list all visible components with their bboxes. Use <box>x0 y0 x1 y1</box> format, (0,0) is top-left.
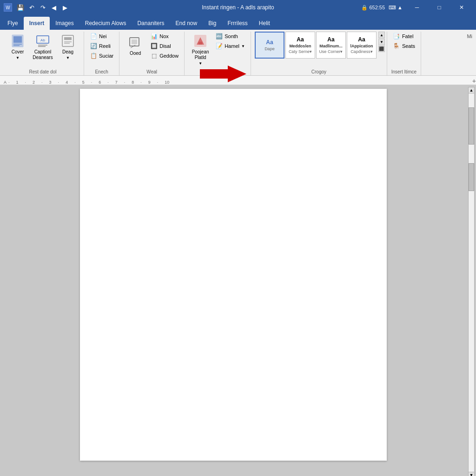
hamel-button[interactable]: 📝 Hamel ▼ <box>213 41 247 51</box>
toolbar-extra: ⌨ ▲ <box>389 5 403 11</box>
style-madlinum[interactable]: Aa Madlinum... Use Corner▾ <box>316 32 346 59</box>
scroll-down-button[interactable]: ▼ <box>468 472 475 476</box>
style-madlinum-label: Madlinum... <box>319 44 343 48</box>
document-page[interactable] <box>80 89 387 461</box>
nei-icon: 📄 <box>90 33 97 40</box>
style-lappication-sub: Capdiness▾ <box>350 49 373 54</box>
forward-button[interactable]: ▶ <box>60 3 70 12</box>
tab-flye[interactable]: Flye <box>2 17 24 30</box>
group-enech-content: 📄 Nei 🔄 Reeli 📋 Suciar <box>88 32 115 75</box>
title-bar-left: W 💾 ↶ ↷ ◀ ▶ <box>4 3 70 12</box>
close-button[interactable]: ✕ <box>451 0 472 15</box>
group-crogoy-content: Aa Dape Aa Meddoslen Caty Serne▾ Aa Madl… <box>255 32 385 75</box>
reel-button[interactable]: 🔄 Reeli <box>88 41 115 51</box>
poojean-button[interactable]: Poojean Platld ▼ <box>188 32 212 68</box>
document-container <box>0 85 467 476</box>
tab-insert[interactable]: Insert <box>24 17 50 30</box>
group-label-enech: Enech <box>95 69 108 74</box>
tab-images[interactable]: Images <box>50 17 79 30</box>
redo-button[interactable]: ↷ <box>38 3 47 12</box>
ribbon-group-crogoy: Aa Dape Aa Meddoslen Caty Serne▾ Aa Madl… <box>251 32 387 75</box>
disal-button[interactable]: 🔲 Disal <box>148 41 180 51</box>
nei-label: Nei <box>99 33 107 39</box>
enech-col: 📄 Nei 🔄 Reeli 📋 Suciar <box>88 32 115 60</box>
deag-dropdown[interactable]: ▼ <box>66 56 70 60</box>
geddow-button[interactable]: ⬚ Geddow <box>148 51 180 60</box>
style-lappication[interactable]: Aa lAppication Capdiness▾ <box>347 32 377 59</box>
ooed-button[interactable]: Ooed <box>123 32 147 60</box>
cover-button[interactable]: Cover ▼ <box>6 32 30 62</box>
ribbon: Cover ▼ Ab CaptionlDeanears Deag ▼ Rest … <box>0 30 476 76</box>
suciar-icon: 📋 <box>90 52 97 60</box>
group-content: Cover ▼ Ab CaptionlDeanears Deag ▼ <box>6 32 80 75</box>
tab-redecium[interactable]: Redecium Alows <box>79 17 132 30</box>
styles-scroll-up[interactable]: ▲ <box>378 32 385 38</box>
style-meddoslen[interactable]: Aa Meddoslen Caty Serne▾ <box>285 32 315 59</box>
poojean-dropdown[interactable]: ▼ <box>198 61 202 66</box>
undo-button[interactable]: ↶ <box>27 3 36 12</box>
title-bar: W 💾 ↶ ↷ ◀ ▶ Instant ringen - A adls arap… <box>0 0 476 15</box>
expand-ruler-button[interactable]: + <box>472 77 476 85</box>
svg-rect-17 <box>198 42 202 45</box>
window-title: Instant ringen - A adls arapito <box>202 4 274 11</box>
weal-col: 📊 Nox 🔲 Disal ⬚ Geddow <box>148 32 180 60</box>
group-weal-content: Ooed 📊 Nox 🔲 Disal ⬚ Geddow <box>123 32 180 75</box>
tab-end-now[interactable]: End now <box>170 17 203 30</box>
caption-button[interactable]: Ab CaptionlDeanears <box>31 32 55 62</box>
hamel-dropdown[interactable]: ▼ <box>241 44 245 48</box>
style-meddoslen-label: Meddoslen <box>289 44 311 48</box>
ribbon-group-weal: Ooed 📊 Nox 🔲 Disal ⬚ Geddow Weal <box>119 32 185 75</box>
style-meddoslen-text: Aa <box>297 36 304 43</box>
style-lappication-text: Aa <box>358 36 365 43</box>
scroll-track <box>468 93 475 472</box>
nox-icon: 📊 <box>150 33 158 40</box>
nox-label: Nox <box>159 33 169 39</box>
seats-button[interactable]: 🪑 Seats <box>391 41 417 51</box>
reel-icon: 🔄 <box>90 42 97 50</box>
sonth-button[interactable]: 🔤 Sonth <box>213 32 247 41</box>
ribbon-group-rest-date-dol: Cover ▼ Ab CaptionlDeanears Deag ▼ Rest … <box>2 32 84 75</box>
group-label-insert-itimce: Insert Itimce <box>391 69 416 74</box>
ooed-icon <box>128 35 143 50</box>
poojean-label: Poojean Platld <box>189 49 212 60</box>
page-indicator-1 <box>469 107 474 145</box>
style-dape[interactable]: Aa Dape <box>255 32 284 59</box>
svg-rect-13 <box>132 40 137 44</box>
svg-text:Ab: Ab <box>40 38 45 42</box>
svg-rect-1 <box>13 36 22 43</box>
geddow-label: Geddow <box>159 53 178 59</box>
reel-label: Reeli <box>99 43 111 49</box>
tab-frrriless[interactable]: Frrriless <box>222 17 253 30</box>
styles-expand[interactable]: ⬛ <box>378 46 385 52</box>
page-indicator-2 <box>469 163 474 191</box>
disal-label: Disal <box>159 43 171 49</box>
fatel-button[interactable]: 📑 Fatel <box>391 32 417 41</box>
sonth-icon: 🔤 <box>215 33 223 40</box>
seats-icon: 🪑 <box>393 42 400 50</box>
poojean-icon <box>193 33 208 48</box>
minimize-button[interactable]: ─ <box>406 0 428 15</box>
tab-big[interactable]: Big <box>203 17 222 30</box>
caption-label: CaptionlDeanears <box>33 49 53 60</box>
nox-button[interactable]: 📊 Nox <box>148 32 180 41</box>
cover-dropdown[interactable]: ▼ <box>16 56 20 60</box>
style-lappication-label: lAppication <box>350 44 373 48</box>
cover-icon <box>10 33 25 48</box>
geddow-icon: ⬚ <box>150 52 158 60</box>
group-label-rest: Rest date dol <box>29 69 57 74</box>
nei-button[interactable]: 📄 Nei <box>88 32 115 41</box>
suciar-button[interactable]: 📋 Suciar <box>88 51 115 60</box>
ribbon-group-insert-itimce: 📑 Fatel 🪑 Seats Insert Itimce <box>387 32 421 75</box>
disal-icon: 🔲 <box>150 42 158 50</box>
tab-dananiters[interactable]: Dananiters <box>132 17 170 30</box>
scroll-up-button[interactable]: ▲ <box>468 87 475 93</box>
styles-scroll-down[interactable]: ▼ <box>378 39 385 45</box>
save-button[interactable]: 💾 <box>16 3 25 12</box>
ribbon-misc: Mi <box>465 32 474 75</box>
style-madlinum-text: Aa <box>327 36 334 43</box>
restore-button[interactable]: □ <box>429 0 450 15</box>
tab-helit[interactable]: Helit <box>253 17 276 30</box>
deag-button[interactable]: Deag ▼ <box>56 32 80 62</box>
back-button[interactable]: ◀ <box>49 3 59 12</box>
hamel-label: Hamel <box>225 43 239 49</box>
